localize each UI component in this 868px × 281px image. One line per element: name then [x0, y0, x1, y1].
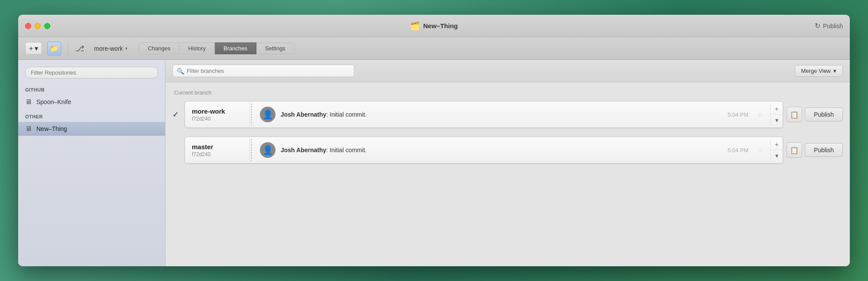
minimize-button[interactable] [35, 23, 41, 29]
repo-icon-new-thing: 🖥 [25, 125, 32, 133]
publish-branch-btn-master[interactable]: Publish [805, 143, 843, 157]
branch-extra-more-work: 📋 Publish [787, 107, 843, 122]
branch-icon: ⎇ [75, 44, 84, 53]
publish-branch-btn-more-work[interactable]: Publish [805, 108, 843, 121]
add-chevron-icon: ▾ [35, 44, 38, 52]
repo-icon-spoon-knife: 🖥 [25, 98, 32, 106]
close-button[interactable] [25, 23, 31, 29]
main-content: GITHUB 🖥 Spoon–Knife OTHER 🖥 New–Thing 🔍 [18, 60, 850, 266]
titlebar: 🗂️ New–Thing ↻ Publish [18, 15, 850, 37]
titlebar-publish[interactable]: ↻ Publish [815, 22, 843, 30]
commit-time-master: 5:04 PM [728, 147, 748, 154]
branch-copy-btn-master[interactable]: 📋 [787, 142, 802, 158]
sidebar-item-spoon-knife-label: Spoon–Knife [36, 98, 71, 105]
branch-add-btn-more-work[interactable]: + [771, 104, 783, 114]
add-button[interactable]: + ▾ [25, 42, 42, 55]
branch-check-more-work: ✓ [172, 110, 181, 119]
commit-text-more-work: Josh Abernathy: Initial commit. [281, 111, 722, 118]
branch-add-btn-master[interactable]: + [771, 139, 783, 150]
branch-selector[interactable]: more-work ▾ [90, 43, 132, 54]
branch-commit-more-work: 👤 Josh Abernathy: Initial commit. 5:04 P… [253, 101, 770, 127]
toolbar: + ▾ 📁 ⎇ more-work ▾ Changes History Bran… [18, 37, 850, 60]
commit-avatar-master: 👤 [260, 142, 275, 158]
merge-view-chevron-icon: ▾ [833, 68, 836, 74]
branch-info-master: master f72d240 [185, 138, 250, 163]
star-icon-master[interactable]: ☆ [757, 146, 763, 154]
commit-text-master: Josh Abernathy: Initial commit. [281, 147, 722, 154]
commit-message-master: Initial commit. [330, 147, 367, 154]
sync-icon: ↻ [815, 22, 820, 30]
window-title: New–Thing [423, 22, 458, 29]
commit-avatar-more-work: 👤 [260, 107, 275, 122]
merge-view-button[interactable]: Merge View ▾ [795, 65, 843, 77]
branch-name-master: master [192, 143, 243, 150]
filter-repos-wrapper [25, 67, 158, 78]
toolbar-separator-1 [68, 42, 68, 55]
branch-name-more-work: more-work [192, 108, 243, 115]
branch-commit-master: 👤 Josh Abernathy: Initial commit. 5:04 P… [253, 137, 770, 163]
branch-extra-master: 📋 Publish [787, 142, 843, 158]
copy-icon-more-work: 📋 [790, 111, 799, 119]
sidebar-section-other: OTHER [18, 112, 165, 122]
branch-card-actions-more-work: + ▾ [770, 104, 783, 125]
branch-hash-more-work: f72d240 [192, 116, 243, 122]
commit-author-master: Josh Abernathy [281, 147, 326, 154]
tab-branches[interactable]: Branches [215, 42, 256, 54]
main-window: 🗂️ New–Thing ↻ Publish + ▾ 📁 ⎇ more-work… [18, 15, 850, 266]
filter-branches-input[interactable] [172, 65, 354, 77]
merge-view-label: Merge View [801, 68, 831, 74]
traffic-lights [25, 23, 50, 29]
branch-card-more-work: more-work f72d240 👤 Josh Abernathy: Init… [185, 101, 783, 128]
current-branch-label: Current branch [172, 89, 843, 96]
branch-divider-more-work [251, 104, 252, 125]
tab-history[interactable]: History [180, 42, 215, 54]
sidebar-section-github: GITHUB [18, 85, 165, 95]
search-icon: 🔍 [177, 68, 184, 75]
branch-more-btn-master[interactable]: ▾ [771, 150, 783, 161]
content-panel: 🔍 Merge View ▾ Current branch ✓ mor [165, 60, 850, 266]
commit-time-more-work: 5:04 PM [728, 111, 748, 118]
sidebar-item-new-thing[interactable]: 🖥 New–Thing [18, 122, 165, 136]
branch-card-master: master f72d240 👤 Josh Abernathy: Initial… [185, 137, 783, 163]
branch-item-more-work: ✓ more-work f72d240 👤 Josh Abernathy: In… [172, 101, 843, 128]
sidebar-item-spoon-knife[interactable]: 🖥 Spoon–Knife [18, 95, 165, 109]
title-area: 🗂️ New–Thing [410, 21, 458, 31]
content-toolbar: 🔍 Merge View ▾ [165, 60, 850, 82]
branch-info-more-work: more-work f72d240 [185, 102, 250, 127]
branches-list: Current branch ✓ more-work f72d240 👤 [165, 82, 850, 266]
copy-icon-master: 📋 [790, 146, 799, 154]
filter-branches-wrapper: 🔍 [172, 65, 354, 77]
nav-tabs: Changes History Branches Settings [139, 42, 294, 54]
folder-icon: 🗂️ [410, 21, 420, 31]
branch-more-btn-more-work[interactable]: ▾ [771, 114, 783, 125]
current-branch-label: more-work [94, 45, 123, 52]
branch-hash-master: f72d240 [192, 151, 243, 157]
branch-divider-master [251, 139, 252, 161]
titlebar-publish-label: Publish [823, 23, 843, 29]
tab-settings[interactable]: Settings [256, 42, 295, 54]
commit-author-more-work: Josh Abernathy [281, 111, 326, 118]
sidebar-item-new-thing-label: New–Thing [36, 125, 67, 132]
branch-chevron-icon: ▾ [125, 46, 127, 51]
commit-message-more-work: Initial commit. [330, 111, 367, 118]
branch-card-actions-master: + ▾ [770, 139, 783, 161]
branch-copy-btn-more-work[interactable]: 📋 [787, 107, 802, 122]
filter-repos-input[interactable] [25, 67, 158, 78]
repo-icon: 📁 [47, 42, 61, 56]
star-icon-more-work[interactable]: ☆ [757, 111, 763, 119]
add-icon: + [29, 45, 33, 52]
tab-changes[interactable]: Changes [139, 42, 179, 54]
sidebar: GITHUB 🖥 Spoon–Knife OTHER 🖥 New–Thing [18, 60, 165, 266]
fullscreen-button[interactable] [44, 23, 50, 29]
branch-item-master: master f72d240 👤 Josh Abernathy: Initial… [172, 137, 843, 163]
